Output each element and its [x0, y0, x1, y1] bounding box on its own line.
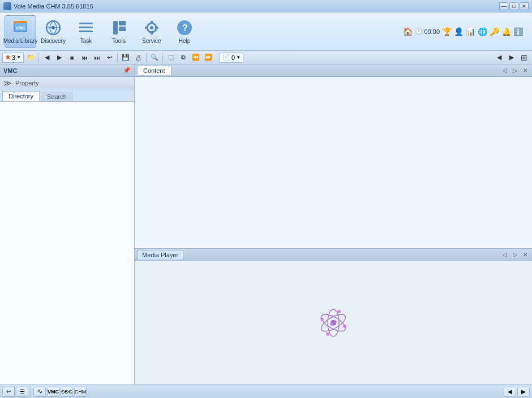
svg-rect-2 [14, 21, 27, 23]
tb2-next-btn[interactable]: ▶ [506, 52, 517, 63]
next-btn[interactable]: ⏩ [203, 52, 214, 63]
page-count: 0 [231, 54, 235, 61]
svg-point-28 [343, 325, 346, 328]
status-menu-btn[interactable]: ☰ [16, 387, 28, 397]
media-library-label: Media Library [3, 38, 38, 44]
status-back-btn[interactable]: ↩ [2, 387, 15, 397]
svg-rect-15 [151, 21, 153, 24]
toolbar-tools[interactable]: Tools [103, 15, 135, 48]
service-label: Service [142, 38, 161, 44]
left-panel: VMC 📌 ≫ Property Directory Search [0, 64, 135, 384]
main-toolbar: VMC Media Library Discovery Task [0, 12, 532, 51]
page-icon: 📄 [222, 54, 230, 61]
minimize-button[interactable]: — [499, 2, 508, 10]
task-icon [77, 19, 95, 37]
nav-forward-btn[interactable]: ▶ [54, 52, 65, 63]
toolbar-status-icons: 🏠 🕐 00:00 🏆 👤 📊 🌐 🔑 🔔 ℹ️ [398, 27, 527, 36]
nav-home-btn[interactable]: ↩ [104, 52, 115, 63]
nav-back-btn[interactable]: ◀ [41, 52, 53, 63]
home-icon[interactable]: 🏠 [403, 27, 413, 36]
toolbar-discovery[interactable]: Discovery [37, 15, 69, 48]
toolbar-help[interactable]: ? Help [169, 15, 200, 48]
print-btn[interactable]: 🖨 [132, 52, 144, 63]
sep4 [162, 53, 163, 62]
time-display: 🕐 00:00 [415, 28, 440, 35]
toolbar-task[interactable]: Task [70, 15, 102, 48]
task-label: Task [80, 38, 92, 44]
help-icon: ? [175, 19, 194, 37]
close-button[interactable]: ✕ [520, 2, 529, 10]
nav-skip-back-btn[interactable]: ⏮ [79, 52, 90, 63]
user-icon[interactable]: 👤 [454, 27, 464, 36]
title-bar-left: Vole Media CHM 3.55.61016 [3, 2, 93, 10]
trophy-icon[interactable]: 🏆 [442, 27, 452, 36]
status-right: ◀ ▶ [504, 387, 530, 397]
media-nav: ◁ ▷ ✕ [500, 250, 530, 259]
maximize-button[interactable]: □ [509, 2, 518, 10]
sep1 [38, 53, 39, 62]
media-nav-right[interactable]: ▷ [510, 250, 520, 259]
content-close-btn[interactable]: ✕ [521, 66, 530, 75]
media-panel: Media Player ◁ ▷ ✕ [135, 249, 532, 384]
svg-rect-8 [79, 27, 93, 28]
panel-content [0, 102, 134, 384]
save-btn[interactable]: 💾 [120, 52, 131, 63]
sep3 [146, 53, 147, 62]
page-dropdown[interactable]: 📄 0 ▼ [220, 53, 243, 63]
svg-point-27 [320, 318, 324, 321]
tab-search[interactable]: Search [41, 92, 73, 101]
panel-header: VMC 📌 [0, 64, 134, 77]
content-header: Content ◁ ▷ ✕ [135, 64, 532, 77]
svg-point-30 [337, 310, 341, 313]
main-area: VMC 📌 ≫ Property Directory Search Conten… [0, 64, 532, 384]
content-tab[interactable]: Content [137, 66, 171, 75]
prev-btn[interactable]: ⏪ [190, 52, 201, 63]
status-chm-btn[interactable]: CHM [74, 387, 87, 397]
media-nav-left[interactable]: ◁ [500, 250, 509, 259]
tab-bar: Directory Search [0, 89, 134, 102]
content-body [135, 77, 532, 248]
nav-stop-btn[interactable]: ■ [66, 52, 78, 63]
globe-icon[interactable]: 🌐 [478, 27, 487, 36]
media-close-btn[interactable]: ✕ [521, 250, 530, 259]
content-nav-right[interactable]: ▷ [510, 66, 520, 75]
zoom-btn[interactable]: 🔍 [149, 52, 160, 63]
chart-icon[interactable]: 📊 [466, 27, 475, 36]
media-body [135, 261, 532, 384]
sep2 [117, 53, 118, 62]
svg-point-29 [326, 332, 329, 336]
toolbar-service[interactable]: Service [136, 15, 168, 48]
nav-skip-fwd-btn[interactable]: ⏭ [91, 52, 102, 63]
property-bar: ≫ Property [0, 77, 134, 89]
key-icon[interactable]: 🔑 [490, 27, 499, 36]
tb2-restore-btn[interactable]: ⊞ [518, 52, 530, 63]
num-badge[interactable]: ★ 3 ▼ [2, 53, 24, 63]
status-next-btn[interactable]: ▶ [517, 387, 530, 397]
tb2-prev-btn[interactable]: ◀ [494, 52, 505, 63]
content-nav: ◁ ▷ ✕ [500, 66, 530, 75]
panel-pin-btn[interactable]: 📌 [123, 67, 131, 74]
svg-rect-16 [151, 31, 153, 34]
tab-directory[interactable]: Directory [2, 91, 40, 101]
info-icon[interactable]: ℹ️ [513, 27, 523, 36]
folder-btn[interactable]: 📁 [25, 52, 36, 63]
bell-icon[interactable]: 🔔 [501, 27, 511, 36]
status-wave-btn[interactable]: ∿ [33, 387, 46, 397]
content-panel: Content ◁ ▷ ✕ [135, 64, 532, 249]
atom-icon [316, 306, 350, 340]
status-vmc-btn[interactable]: VMC [47, 387, 59, 397]
toolbar2-right: ◀ ▶ ⊞ [494, 52, 530, 63]
copy-btn[interactable]: ⧉ [178, 52, 189, 63]
title-bar: Vole Media CHM 3.55.61016 — □ ✕ [0, 0, 532, 12]
select-btn[interactable]: ⬚ [165, 52, 177, 63]
num-badge-arrow: ▼ [16, 55, 21, 60]
toolbar-media-library[interactable]: VMC Media Library [5, 15, 36, 48]
service-icon [143, 19, 161, 37]
svg-text:VMC: VMC [16, 26, 25, 30]
window-controls: — □ ✕ [499, 2, 529, 10]
content-nav-left[interactable]: ◁ [500, 66, 509, 75]
svg-point-6 [52, 26, 55, 29]
clock-icon: 🕐 [415, 28, 423, 35]
status-ddc-btn[interactable]: ÐÐC [61, 387, 73, 397]
status-prev-btn[interactable]: ◀ [504, 387, 516, 397]
